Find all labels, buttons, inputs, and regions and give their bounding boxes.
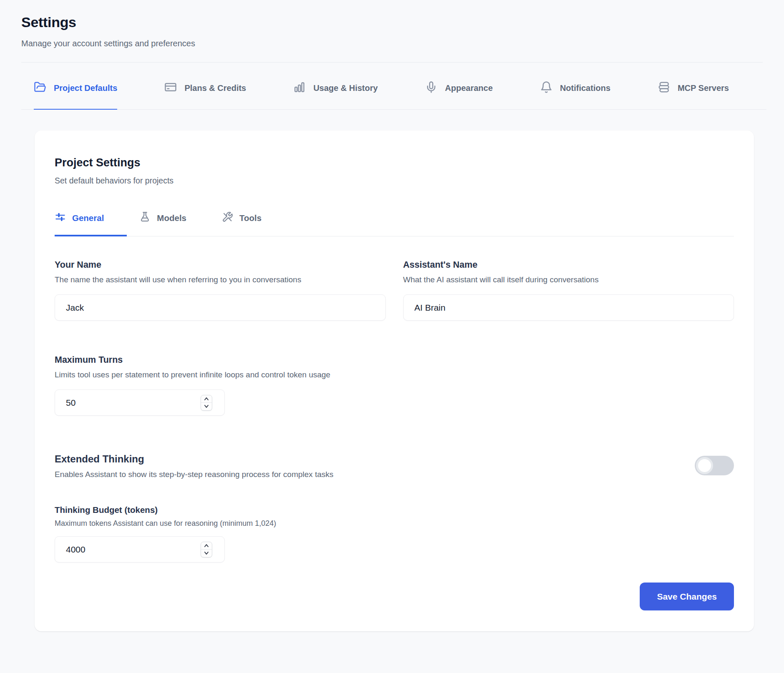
tab-label: Usage & History	[313, 83, 378, 93]
stepper-down-icon[interactable]	[201, 550, 212, 557]
assistant-name-description: What the AI assistant will call itself d…	[403, 275, 734, 284]
field-thinking-budget: Thinking Budget (tokens) Maximum tokens …	[55, 505, 734, 563]
assistant-name-label: Assistant's Name	[403, 260, 734, 270]
tab-notifications[interactable]: Notifications	[540, 63, 611, 110]
toggle-knob	[696, 457, 713, 474]
tab-usage-history[interactable]: Usage & History	[293, 63, 378, 110]
tab-label: MCP Servers	[678, 83, 729, 93]
thinking-budget-input[interactable]	[55, 536, 225, 563]
page-header: Settings Manage your account settings an…	[0, 0, 784, 48]
subtab-models[interactable]: Models	[139, 211, 209, 236]
project-settings-card: Project Settings Set default behaviors f…	[35, 131, 754, 631]
bar-chart-icon	[293, 81, 306, 95]
page-subtitle: Manage your account settings and prefere…	[21, 39, 763, 48]
subtab-label: Tools	[239, 213, 261, 223]
tab-appearance[interactable]: Appearance	[425, 63, 493, 110]
thinking-budget-description: Maximum tokens Assistant can use for rea…	[55, 519, 734, 528]
your-name-description: The name the assistant will use when ref…	[55, 275, 386, 284]
subtab-label: Models	[157, 213, 186, 223]
maximum-turns-description: Limits tool uses per statement to preven…	[55, 370, 734, 379]
tab-label: Appearance	[445, 83, 493, 93]
tab-label: Notifications	[560, 83, 611, 93]
tab-project-defaults[interactable]: Project Defaults	[34, 63, 117, 110]
extended-thinking-row: Extended Thinking Enables Assistant to s…	[55, 453, 734, 479]
your-name-input[interactable]	[55, 294, 386, 321]
settings-page: Settings Manage your account settings an…	[0, 0, 784, 673]
name-fields-row: Your Name The name the assistant will us…	[55, 260, 734, 321]
extended-thinking-text: Extended Thinking Enables Assistant to s…	[55, 453, 333, 479]
field-maximum-turns: Maximum Turns Limits tool uses per state…	[55, 355, 734, 416]
credit-card-icon	[164, 81, 177, 95]
your-name-label: Your Name	[55, 260, 386, 270]
sliders-icon	[55, 211, 66, 225]
card-subtitle: Set default behaviors for projects	[55, 176, 734, 186]
flask-icon	[139, 211, 151, 225]
thinking-budget-stepper[interactable]	[201, 542, 212, 557]
save-changes-button[interactable]: Save Changes	[640, 583, 734, 610]
maximum-turns-numberfield	[55, 389, 225, 416]
thinking-budget-label: Thinking Budget (tokens)	[55, 505, 734, 515]
subtab-label: General	[72, 213, 104, 223]
field-assistant-name: Assistant's Name What the AI assistant w…	[403, 260, 734, 321]
assistant-name-input[interactable]	[403, 294, 734, 321]
folder-icon	[34, 81, 46, 95]
save-row: Save Changes	[55, 583, 734, 610]
server-stack-icon	[658, 81, 670, 95]
stepper-up-icon[interactable]	[201, 542, 212, 550]
tab-label: Plans & Credits	[184, 83, 246, 93]
maximum-turns-label: Maximum Turns	[55, 355, 734, 365]
tools-icon	[222, 211, 233, 225]
thinking-budget-numberfield	[55, 536, 225, 563]
stepper-up-icon[interactable]	[201, 395, 212, 403]
page-title: Settings	[21, 14, 763, 30]
field-your-name: Your Name The name the assistant will us…	[55, 260, 386, 321]
subtab-general[interactable]: General	[55, 211, 127, 236]
maximum-turns-stepper[interactable]	[201, 395, 212, 411]
project-settings-subtabs: General Models Tools	[55, 211, 734, 236]
card-title: Project Settings	[55, 156, 734, 169]
extended-thinking-toggle[interactable]	[695, 456, 734, 475]
tab-mcp-servers[interactable]: MCP Servers	[658, 63, 729, 110]
tab-plans-credits[interactable]: Plans & Credits	[164, 63, 246, 110]
bell-icon	[540, 81, 553, 95]
tab-label: Project Defaults	[54, 83, 117, 93]
extended-thinking-description: Enables Assistant to show its step-by-st…	[55, 470, 333, 479]
subtab-tools[interactable]: Tools	[222, 211, 284, 236]
settings-tab-bar: Project Defaults Plans & Credits Usage &…	[21, 63, 766, 110]
maximum-turns-input[interactable]	[55, 389, 225, 416]
extended-thinking-label: Extended Thinking	[55, 453, 333, 465]
microphone-icon	[425, 81, 437, 95]
stepper-down-icon[interactable]	[201, 403, 212, 410]
